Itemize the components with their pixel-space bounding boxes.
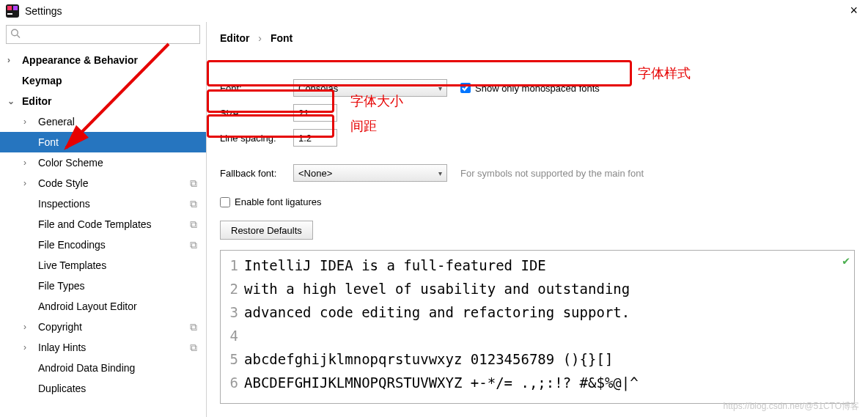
- copy-icon: ⧉: [190, 239, 197, 251]
- titlebar: Settings ×: [0, 0, 868, 22]
- svg-line-5: [18, 35, 21, 38]
- tree-label: Keymap: [22, 75, 62, 86]
- tree-label: General: [38, 116, 75, 128]
- fallback-hint: For symbols not supported by the main fo…: [460, 168, 644, 179]
- monospaced-check-input[interactable]: [460, 83, 471, 93]
- chevron-right-icon: ›: [258, 32, 262, 44]
- app-icon: [6, 4, 19, 18]
- annotation-text-linespacing: 间距: [350, 117, 377, 135]
- font-value: Consolas: [298, 83, 338, 94]
- row-line-spacing: Line spacing:: [220, 126, 855, 150]
- row-size: Size:: [220, 101, 855, 125]
- ligatures-label: Enable font ligatures: [235, 196, 322, 207]
- ligatures-check-input[interactable]: [220, 197, 230, 207]
- annotation-text-size: 字体大小: [350, 92, 403, 110]
- sidebar: ›Appearance & Behavior Keymap ⌄Editor ›G…: [0, 22, 207, 417]
- chevron-right-icon: ›: [23, 322, 35, 332]
- chevron-right-icon: ›: [23, 342, 35, 353]
- annotation-text-font: 字体样式: [638, 64, 691, 82]
- tree-duplicates[interactable]: Duplicates: [0, 378, 206, 399]
- tree-label: Inlay Hints: [38, 342, 86, 353]
- preview-text: IntelliJ IDEA is a full-featured IDE wit…: [244, 254, 854, 394]
- tree-label: Android Layout Editor: [38, 300, 137, 312]
- tree-file-code-templates[interactable]: File and Code Templates⧉: [0, 214, 206, 235]
- tree-label: Inspections: [38, 198, 90, 210]
- tree-inspections[interactable]: Inspections⧉: [0, 193, 206, 214]
- svg-rect-3: [7, 13, 12, 15]
- row-fallback: Fallback font: <None> ▾ For symbols not …: [220, 161, 855, 185]
- tree-label: Android Data Binding: [38, 362, 135, 374]
- breadcrumb-editor[interactable]: Editor: [220, 32, 249, 44]
- tree-appearance[interactable]: ›Appearance & Behavior: [0, 50, 206, 70]
- tree-label: Live Templates: [38, 259, 106, 271]
- svg-rect-1: [7, 6, 12, 10]
- restore-defaults-button[interactable]: Restore Defaults: [220, 221, 313, 240]
- tree-copyright[interactable]: ›Copyright⧉: [0, 317, 206, 337]
- search-input[interactable]: [6, 25, 200, 44]
- chevron-right-icon: ›: [23, 158, 35, 168]
- monospaced-checkbox[interactable]: Show only monospaced fonts: [460, 83, 600, 94]
- tree-code-style[interactable]: ›Code Style⧉: [0, 173, 206, 193]
- tree-label: Code Style: [38, 177, 88, 189]
- tree-font[interactable]: Font: [0, 132, 206, 152]
- window-title: Settings: [25, 5, 62, 17]
- tree-label: File Encodings: [38, 239, 106, 251]
- size-label: Size:: [220, 108, 293, 119]
- tree-color-scheme[interactable]: ›Color Scheme: [0, 152, 206, 173]
- content-pane: Editor › Font Font: Consolas ▾ Show only…: [207, 22, 868, 417]
- tree-label: Appearance & Behavior: [22, 54, 138, 66]
- fallback-dropdown[interactable]: <None> ▾: [293, 164, 447, 182]
- monospaced-label: Show only monospaced fonts: [475, 83, 600, 94]
- copy-icon: ⧉: [190, 321, 197, 333]
- size-input[interactable]: [293, 104, 337, 122]
- tree-live-templates[interactable]: Live Templates: [0, 255, 206, 276]
- row-font: Font: Consolas ▾ Show only monospaced fo…: [220, 76, 855, 100]
- chevron-down-icon: ▾: [438, 169, 442, 177]
- fallback-label: Fallback font:: [220, 168, 293, 179]
- copy-icon: ⧉: [190, 177, 197, 190]
- chevron-right-icon: ›: [23, 178, 35, 188]
- chevron-down-icon: ▾: [438, 84, 442, 92]
- linespacing-input[interactable]: [293, 129, 337, 147]
- ligatures-checkbox[interactable]: Enable font ligatures: [220, 196, 855, 207]
- nav-tree: ›Appearance & Behavior Keymap ⌄Editor ›G…: [0, 47, 206, 402]
- breadcrumb-font: Font: [271, 32, 293, 44]
- tree-label: File Types: [38, 280, 85, 292]
- chevron-right-icon: ›: [23, 117, 35, 127]
- gutter: 123456: [221, 254, 241, 400]
- tree-label: Font: [38, 136, 59, 148]
- font-label: Font:: [220, 83, 293, 94]
- tree-keymap[interactable]: Keymap: [0, 70, 206, 91]
- copy-icon: ⧉: [190, 342, 197, 354]
- tree-inlay-hints[interactable]: ›Inlay Hints⧉: [0, 337, 206, 358]
- linespacing-label: Line spacing:: [220, 133, 293, 144]
- tree-file-types[interactable]: File Types: [0, 276, 206, 296]
- tree-label: Editor: [22, 95, 51, 107]
- search-icon: [10, 29, 21, 41]
- svg-rect-2: [13, 6, 18, 10]
- tree-editor[interactable]: ⌄Editor: [0, 91, 206, 111]
- copy-icon: ⧉: [190, 198, 197, 210]
- tree-general[interactable]: ›General: [0, 111, 206, 132]
- chevron-right-icon: ›: [7, 55, 19, 65]
- watermark: https://blog.csdn.net/@51CTO博客: [724, 400, 859, 413]
- tree-android-layout[interactable]: Android Layout Editor: [0, 296, 206, 317]
- tree-android-binding[interactable]: Android Data Binding: [0, 358, 206, 378]
- font-preview: ✔ 123456 IntelliJ IDEA is a full-feature…: [220, 250, 855, 404]
- copy-icon: ⧉: [190, 218, 197, 231]
- fallback-value: <None>: [298, 168, 332, 179]
- tree-label: Color Scheme: [38, 157, 103, 169]
- tree-label: Copyright: [38, 321, 82, 333]
- close-icon[interactable]: ×: [850, 3, 858, 18]
- breadcrumb: Editor › Font: [220, 32, 855, 44]
- svg-point-4: [12, 29, 18, 36]
- tree-label: File and Code Templates: [38, 218, 152, 230]
- tree-label: Duplicates: [38, 383, 86, 394]
- chevron-down-icon: ⌄: [7, 96, 19, 106]
- check-icon: ✔: [842, 254, 850, 267]
- tree-file-encodings[interactable]: File Encodings⧉: [0, 235, 206, 255]
